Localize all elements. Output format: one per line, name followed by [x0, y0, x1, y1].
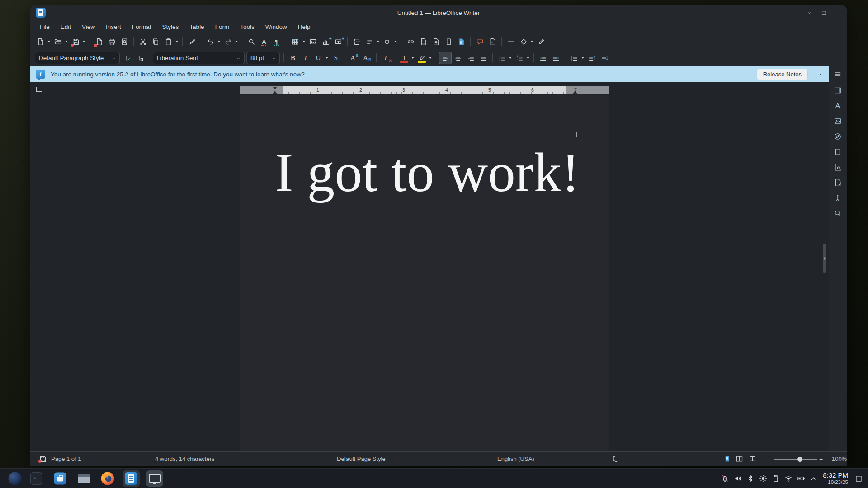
tab-stop-selector[interactable] — [36, 87, 42, 92]
highlight-color-button[interactable] — [415, 52, 428, 64]
show-draw-functions-button[interactable] — [535, 36, 547, 48]
paragraph-style-select[interactable]: Default Paragraph Style⌄ — [35, 52, 120, 64]
spelling-button[interactable]: A — [258, 36, 270, 48]
insert-special-character-dropdown[interactable] — [393, 36, 398, 48]
tray-battery[interactable] — [795, 472, 807, 485]
strikethrough-button[interactable]: S — [330, 52, 342, 64]
underline-dropdown[interactable] — [324, 52, 329, 64]
basic-shapes-dropdown[interactable] — [529, 36, 534, 48]
word-count-status[interactable]: 4 words, 14 characters — [155, 455, 215, 462]
taskbar-app-libreoffice-writer[interactable] — [123, 470, 140, 487]
insert-cross-reference-button[interactable] — [455, 36, 467, 48]
print-button[interactable] — [105, 36, 118, 48]
window-maximize-button[interactable] — [820, 9, 828, 17]
new-style-button[interactable] — [133, 52, 146, 64]
menu-styles[interactable]: Styles — [157, 22, 184, 32]
zoom-level-status[interactable]: 100% — [832, 455, 847, 462]
sidebar-collapse-handle[interactable] — [823, 244, 826, 273]
language-status[interactable]: English (USA) — [497, 455, 534, 462]
open-dropdown[interactable] — [64, 36, 69, 48]
save-dropdown[interactable] — [81, 36, 86, 48]
track-changes-button[interactable] — [486, 36, 499, 48]
sidebar-tab-accessibility-check[interactable] — [831, 192, 844, 204]
insert-table-dropdown[interactable] — [301, 36, 306, 48]
font-name-select[interactable]: Liberation Serif⌄ — [153, 52, 245, 64]
page-number-status[interactable]: Page 1 of 1 — [51, 455, 81, 462]
increase-indent-button[interactable] — [537, 52, 549, 64]
insert-table-button[interactable] — [289, 36, 302, 48]
insert-special-character-button[interactable]: Ω — [381, 36, 393, 48]
zoom-slider-thumb[interactable] — [797, 457, 802, 462]
insert-image-button[interactable] — [307, 36, 319, 48]
copy-button[interactable] — [149, 36, 162, 48]
sidebar-tab-styles[interactable] — [831, 100, 844, 112]
italic-button[interactable]: I — [299, 52, 312, 64]
first-line-indent-marker[interactable] — [273, 87, 277, 89]
sidebar-tab-gallery[interactable] — [831, 115, 844, 127]
save-button[interactable] — [69, 36, 82, 48]
insert-hyperlink-button[interactable] — [404, 36, 417, 48]
insert-field-button[interactable] — [363, 36, 376, 48]
single-page-view-button[interactable] — [723, 455, 733, 463]
tray-tray-expand[interactable] — [807, 472, 820, 485]
menu-file[interactable]: File — [35, 22, 55, 32]
taskbar-app-firefox[interactable] — [101, 472, 114, 485]
insert-text-box-button[interactable]: + — [332, 36, 344, 48]
align-right-button[interactable] — [464, 52, 477, 64]
line-spacing-button[interactable] — [568, 52, 580, 64]
export-pdf-button[interactable] — [93, 36, 105, 48]
menu-help[interactable]: Help — [293, 22, 316, 32]
update-style-button[interactable] — [121, 52, 133, 64]
taskbar-app-terminal[interactable]: ›_ — [30, 472, 42, 484]
font-color-dropdown[interactable] — [410, 52, 415, 64]
menu-form[interactable]: Form — [210, 22, 235, 32]
window-close-button[interactable] — [834, 9, 842, 17]
insert-page-break-button[interactable] — [350, 36, 363, 48]
tray-bluetooth[interactable] — [744, 472, 757, 485]
formatting-marks-button[interactable]: ¶ — [270, 36, 283, 48]
tray-wifi[interactable] — [782, 472, 795, 485]
horizontal-ruler[interactable]: 1234567 — [240, 86, 609, 94]
save-status-button[interactable] — [37, 454, 49, 464]
paste-dropdown[interactable] — [174, 36, 179, 48]
clone-formatting-button[interactable] — [185, 36, 198, 48]
bold-button[interactable]: B — [287, 52, 299, 64]
notification-close-button[interactable] — [818, 71, 823, 77]
tray-removable-media[interactable] — [769, 472, 782, 485]
insert-bookmark-button[interactable] — [442, 36, 455, 48]
left-indent-marker[interactable] — [273, 91, 277, 94]
new-document-button[interactable] — [34, 36, 47, 48]
justify-button[interactable] — [477, 52, 490, 64]
sidebar-tab-page[interactable] — [831, 146, 844, 158]
undo-button[interactable] — [204, 36, 217, 48]
zoom-in-button[interactable]: + — [819, 455, 823, 463]
taskbar-app-file-manager[interactable] — [78, 474, 90, 483]
taskbar-app-app-menu[interactable] — [9, 472, 22, 485]
para-space-decrease-button[interactable] — [598, 52, 611, 64]
show-desktop-button[interactable] — [853, 473, 864, 484]
taskbar-app-software-center[interactable] — [54, 472, 66, 484]
tray-notifications-disabled[interactable] — [719, 472, 731, 485]
clock[interactable]: 8:32 PM 10/23/25 — [823, 472, 848, 485]
sidebar-tab-manage-changes[interactable] — [831, 177, 844, 188]
menu-edit[interactable]: Edit — [56, 22, 76, 32]
insert-horizontal-line-button[interactable] — [505, 36, 517, 48]
font-size-select[interactable]: 88 pt⌄ — [246, 52, 280, 64]
superscript-button[interactable]: AB — [348, 52, 361, 64]
align-left-button[interactable] — [439, 52, 452, 64]
redo-dropdown[interactable] — [234, 36, 239, 48]
subscript-button[interactable]: AB — [361, 52, 373, 64]
insert-chart-button[interactable]: + — [319, 36, 332, 48]
find-replace-button[interactable] — [245, 36, 258, 48]
zoom-out-button[interactable]: – — [767, 455, 771, 463]
para-space-increase-button[interactable] — [585, 52, 598, 64]
redo-button[interactable] — [222, 36, 234, 48]
menu-format[interactable]: Format — [127, 22, 156, 32]
line-spacing-dropdown[interactable] — [580, 52, 585, 64]
multi-page-view-button[interactable] — [736, 455, 745, 463]
insert-footnote-button[interactable] — [417, 36, 429, 48]
print-preview-button[interactable] — [118, 36, 131, 48]
unordered-list-button[interactable] — [495, 52, 508, 64]
insert-endnote-button[interactable] — [429, 36, 442, 48]
sidebar-tab-properties[interactable] — [831, 84, 844, 96]
